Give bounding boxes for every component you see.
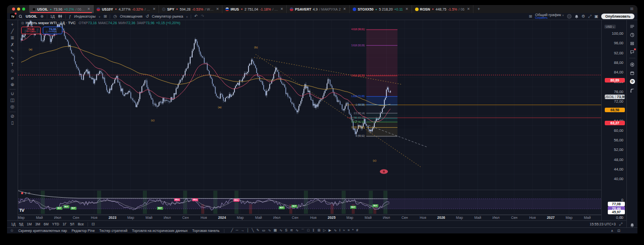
oscillator-legend[interactable]: 3 ⚙ — [21, 191, 31, 195]
browser-tab-rosn[interactable]: ROSN▼448,75-1.5%/ 06✕ — [412, 5, 473, 13]
tab-close-icon[interactable]: ✕ — [88, 7, 91, 11]
xabcd-pattern-tool-icon[interactable]: ✗ — [11, 43, 15, 47]
fav-tool-14-icon[interactable]: ⌒ — [301, 228, 305, 233]
gear-icon[interactable]: ⚙ — [582, 15, 585, 19]
fav-tool-19-icon[interactable]: ▶ — [329, 228, 331, 233]
publish-button[interactable]: Опубликовать — [601, 14, 634, 19]
trend-line-tool-icon[interactable]: ╱ — [11, 29, 14, 34]
replay-button[interactable]: Симулятор рынка — [152, 14, 183, 19]
range-6М[interactable]: 6М — [44, 222, 49, 226]
price-scale[interactable]: USD ∨100,0096,0092,0088,0084,0080,0076,0… — [601, 20, 626, 220]
fullscreen-icon[interactable]: ⤢ — [588, 15, 591, 19]
minimize-window-button[interactable] — [17, 8, 20, 11]
goto-date-icon[interactable]: ⊡ — [92, 222, 95, 226]
indicators-button[interactable]: Индикаторы — [74, 14, 96, 19]
panel-tab[interactable]: Скринер криптовалютных пар — [18, 229, 67, 232]
collapse-pane-icon[interactable]: ∧ — [611, 229, 613, 233]
instrument-title[interactable]: Нефть марки WTI · 1Д · TVC — [26, 21, 75, 25]
range-YTD[interactable]: YTD — [52, 222, 59, 226]
panel-tab[interactable]: Торговая панель — [192, 229, 219, 232]
clock[interactable]: 15:55:23 UTC+3 — [590, 222, 616, 226]
scale-gear-icon[interactable]: ⚙ — [619, 215, 622, 220]
tab-close-icon[interactable]: ✕ — [467, 7, 470, 11]
range-5Д[interactable]: 5Д — [19, 222, 24, 226]
maximize-pane-icon[interactable]: ⊡ — [617, 229, 620, 233]
close-window-button[interactable] — [12, 8, 15, 11]
fav-tool-23-icon[interactable]: ≡ — [348, 228, 350, 233]
layout-save-link[interactable]: Сохранить — [535, 17, 564, 20]
bell-icon[interactable] — [575, 15, 579, 19]
fav-tool-4-icon[interactable]: │ — [247, 228, 249, 233]
elliott-wave-tool-icon[interactable]: ∿ — [11, 56, 15, 60]
zoom-window-button[interactable] — [22, 8, 25, 11]
avatar[interactable] — [567, 14, 572, 19]
range-5Л[interactable]: 5Л — [70, 222, 74, 226]
emoji-tool-icon[interactable]: ☺ — [10, 69, 15, 73]
fav-tool-6-icon[interactable]: ✎ — [257, 228, 260, 233]
fav-tool-9-icon[interactable]: ▦ — [274, 228, 277, 233]
crosshair-tool-icon[interactable]: + — [11, 23, 14, 27]
browser-tab-usoil[interactable]: USOIL▲73,96+0.2%/ 06…✕ — [29, 5, 94, 13]
compare-icon[interactable]: ⊕ — [40, 15, 44, 19]
panel-tab[interactable]: Редактор Pine — [71, 229, 95, 232]
tab-close-icon[interactable]: ✕ — [152, 7, 155, 11]
fav-tool-7-icon[interactable]: ▭ — [262, 228, 266, 233]
object-tree-icon[interactable] — [630, 62, 635, 67]
layout-select[interactable]: Общий график ∨ Сохранить — [535, 14, 564, 20]
remove-drawings-tool-icon[interactable]: ▯ — [11, 121, 14, 125]
range-Все[interactable]: Все — [78, 222, 84, 226]
tab-close-icon[interactable]: ✕ — [406, 7, 409, 11]
buy-button[interactable]: 74,06КУПИТЬ — [43, 27, 62, 34]
hide-drawings-tool-icon[interactable]: ◎ — [11, 105, 15, 109]
fav-tool-21-icon[interactable]: I — [340, 228, 341, 233]
indicator-gear-icon[interactable]: ⚙ — [28, 191, 30, 195]
chart-area[interactable]: 4.618 (99,61)3.618 (93,09)2.618 (80,56)1… — [18, 20, 601, 215]
fav-tool-11-icon[interactable]: S — [285, 228, 288, 233]
scale-adjust-icon[interactable]: ⤢ — [619, 222, 622, 226]
fav-tool-13-icon[interactable]: ∿ — [296, 228, 299, 233]
fav-tool-10-icon[interactable]: ∿ — [280, 228, 283, 233]
fav-tool-2-icon[interactable]: ─ — [235, 228, 238, 233]
tradingview-logo[interactable]: TV — [10, 14, 16, 19]
sync-drawings-tool-icon[interactable]: ⊘ — [11, 114, 15, 119]
streams-icon[interactable] — [630, 88, 635, 93]
fib-retracement-tool-icon[interactable]: ≣ — [11, 36, 15, 40]
alerts-button[interactable]: Оповещения — [120, 14, 142, 19]
fav-tool-12-icon[interactable]: ≋ — [290, 228, 293, 233]
fav-tool-3-icon[interactable]: → — [241, 228, 245, 233]
time-axis[interactable]: МарМайИюлСенНоя2023МарМайИюлСенНоя2024Ма… — [18, 215, 601, 220]
fav-tool-22-icon[interactable]: ≈ — [343, 228, 345, 233]
tab-close-icon[interactable]: ✕ — [280, 7, 283, 11]
notifications-icon[interactable] — [630, 222, 635, 227]
browser-tab-irus[interactable]: IRUS▼2 751,04-1.18%/ …✕ — [222, 5, 287, 13]
fav-tool-15-icon[interactable]: □ — [307, 228, 309, 233]
watchlist-icon[interactable] — [630, 24, 635, 29]
alerts-icon[interactable] — [630, 32, 635, 37]
text-tool-icon[interactable]: T — [11, 62, 14, 67]
multichart-layout-icon[interactable]: ⊞ — [529, 15, 532, 19]
tab-close-icon[interactable]: ✕ — [343, 7, 346, 11]
chart-type-icon[interactable] — [58, 14, 62, 19]
sell-button[interactable]: 73,96ПРОДАТЬ — [21, 27, 41, 34]
calendar-icon[interactable] — [630, 70, 635, 75]
fav-tool-20-icon[interactable]: ∿ — [334, 228, 337, 233]
price-chart[interactable]: 4.618 (99,61)3.618 (93,09)2.618 (80,56)1… — [18, 20, 601, 215]
globe-icon[interactable]: ⊕ — [630, 79, 635, 84]
layout-templates-icon[interactable]: ⊞ — [104, 15, 107, 19]
fav-tool-16-icon[interactable]: ↧ — [312, 228, 315, 233]
measure-tool-icon[interactable]: ⌀ — [11, 76, 14, 80]
fav-tool-5-icon[interactable]: ╲ — [252, 228, 254, 233]
zoom-in-tool-icon[interactable]: ⊕ — [11, 83, 15, 87]
new-tab-button[interactable]: + — [473, 5, 484, 13]
fav-tool-8-icon[interactable]: ∿ — [268, 228, 271, 233]
range-1Д[interactable]: 1Д — [11, 222, 16, 226]
collapsed-indicators[interactable]: ∨ 3 — [21, 36, 180, 39]
panel-tab[interactable]: Торговля на исторических данных — [132, 229, 188, 232]
fav-tool-18-icon[interactable]: ▷ — [323, 228, 326, 233]
range-1М[interactable]: 1М — [27, 222, 32, 226]
interval-button[interactable]: 1Д — [50, 14, 55, 19]
range-1Г[interactable]: 1Г — [62, 222, 66, 226]
favorites-star-icon[interactable]: ☆ — [10, 229, 14, 233]
brush-tool-icon[interactable]: ✎ — [11, 49, 15, 54]
browser-tab-psavert[interactable]: PSAVERT4,9/ МАКРУХА 2✕ — [287, 5, 350, 13]
